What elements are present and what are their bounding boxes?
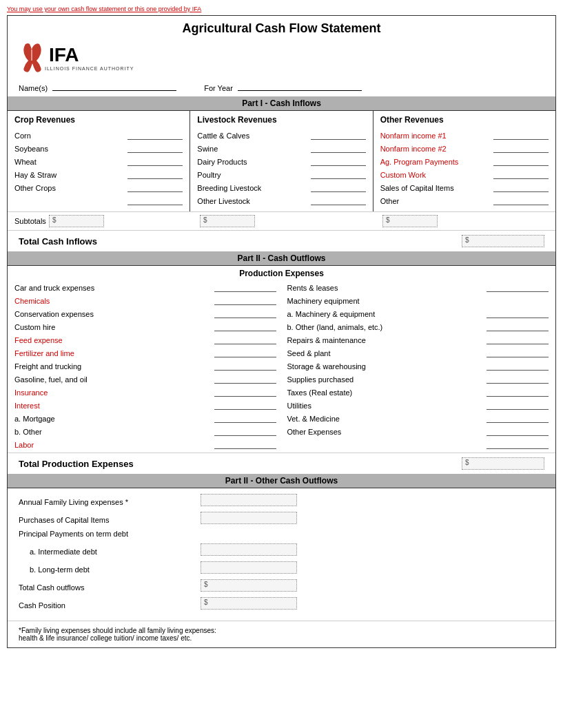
exp-rents-input[interactable] [487, 283, 549, 292]
other-outflows-inner: Annual Family Living expenses * Purchase… [8, 488, 555, 621]
or-nonfarm1-input[interactable] [493, 131, 549, 140]
exp-car-input[interactable] [214, 283, 276, 292]
year-input[interactable] [238, 81, 362, 91]
subtotals-livestock-col: $ [190, 215, 373, 227]
exp-mach-b-input[interactable] [487, 322, 549, 331]
ls-dairy-input[interactable] [311, 157, 366, 166]
part2-header: Part II - Cash Outflows [8, 251, 555, 265]
exp-car: Car and truck expenses [14, 281, 276, 292]
or-capital-input[interactable] [493, 183, 549, 192]
oo-principal-label: Principal Payments on term debt [19, 530, 198, 538]
logo-text-area: IFA ILLINOIS FINANCE AUTHORITY [45, 45, 134, 71]
crop-wheat-label: Wheat [14, 158, 127, 166]
exp-interest: Interest [14, 399, 276, 410]
exp-interest-input[interactable] [214, 401, 276, 410]
part1-header: Part I - Cash Inflows [8, 96, 555, 110]
exp-fertilizer: Fertilizer and lime [14, 346, 276, 357]
oo-longterm-value [201, 561, 297, 574]
exp-mach-b-label: b. Other (land, animals, etc.) [287, 323, 487, 331]
exp-gasoline-input[interactable] [214, 375, 276, 384]
crop-hay: Hay & Straw [14, 168, 183, 179]
year-field-group: For Year [204, 81, 362, 92]
exp-insurance-input[interactable] [214, 388, 276, 397]
exp-other-interest-input[interactable] [214, 427, 276, 436]
ls-dairy: Dairy Products [197, 155, 365, 166]
ls-other-input[interactable] [311, 196, 366, 205]
exp-taxes: Taxes (Real estate) [287, 386, 549, 397]
exp-utilities-input[interactable] [487, 401, 549, 410]
ls-swine-input[interactable] [311, 144, 366, 153]
other-rev-header: Other Revenues [380, 115, 549, 125]
total-prod-exp-row: Total Production Expenses $ [8, 453, 555, 474]
exp-rents: Rents & leases [287, 281, 549, 292]
crop-soybeans-input[interactable] [127, 144, 183, 153]
exp-custom-input[interactable] [214, 322, 276, 331]
crop-corn-input[interactable] [127, 131, 183, 140]
exp-chemicals-input[interactable] [214, 296, 276, 305]
crop-other: Other Crops [14, 181, 183, 192]
crop-hay-input[interactable] [127, 170, 183, 179]
exp-storage-input[interactable] [487, 362, 549, 371]
crop-blank-input[interactable] [127, 196, 183, 205]
exp-blank-right-input[interactable] [487, 440, 549, 449]
exp-freight-input[interactable] [214, 362, 276, 371]
ls-breeding: Breeding Livestock [197, 181, 365, 192]
exp-vet-label: Vet. & Medicine [287, 415, 487, 423]
or-nonfarm1-label: Nonfarm income #1 [380, 132, 493, 140]
name-field-group: Name(s) [19, 81, 176, 92]
exp-vet-input[interactable] [487, 414, 549, 423]
oo-capital: Purchases of Capital Items [19, 512, 544, 524]
exp-mach-a-input[interactable] [487, 309, 549, 318]
exp-repairs-input[interactable] [487, 335, 549, 344]
crop-soybeans-label: Soybeans [14, 145, 127, 153]
crop-wheat-input[interactable] [127, 157, 183, 166]
exp-fertilizer-input[interactable] [214, 349, 276, 357]
exp-mortgage: a. Mortgage [14, 412, 276, 423]
ls-poultry-input[interactable] [311, 170, 366, 179]
or-agprog-input[interactable] [493, 157, 549, 166]
exp-labor-input[interactable] [214, 440, 276, 449]
or-other-input[interactable] [493, 196, 549, 205]
name-label: Name(s) [19, 84, 48, 92]
or-capital-label: Sales of Capital Items [380, 184, 493, 192]
exp-taxes-input[interactable] [487, 388, 549, 397]
subtotals-row: Subtotals $ $ $ [8, 211, 555, 230]
ls-cattle: Cattle & Calves [197, 129, 365, 140]
ifa-logo-icon [19, 43, 45, 73]
right-expenses-col: Rents & leases Machinery equipment a. Ma… [282, 280, 549, 453]
crop-soybeans: Soybeans [14, 142, 183, 153]
ls-breeding-input[interactable] [311, 183, 366, 192]
ls-other: Other Livestock [197, 194, 365, 205]
or-nonfarm1: Nonfarm income #1 [380, 129, 549, 140]
exp-other-exp-label: Other Expenses [287, 428, 487, 436]
ls-swine-label: Swine [197, 145, 310, 153]
exp-fertilizer-label: Fertilizer and lime [14, 349, 214, 357]
total-cash-inflows-row: Total Cash Inflows $ [8, 230, 555, 251]
crop-other-input[interactable] [127, 183, 183, 192]
exp-conservation-input[interactable] [214, 309, 276, 318]
or-custom-input[interactable] [493, 170, 549, 179]
exp-mortgage-label: a. Mortgage [14, 415, 214, 423]
left-expenses-col: Car and truck expenses Chemicals Conserv… [14, 280, 282, 453]
ls-poultry: Poultry [197, 168, 365, 179]
exp-vet: Vet. & Medicine [287, 412, 549, 423]
exp-mortgage-input[interactable] [214, 414, 276, 423]
exp-utilities: Utilities [287, 399, 549, 410]
exp-supplies-input[interactable] [487, 375, 549, 384]
ls-cattle-input[interactable] [311, 131, 366, 140]
total-cash-inflows-label: Total Cash Inflows [19, 236, 459, 247]
exp-feed-label: Feed expense [14, 336, 214, 344]
exp-feed-input[interactable] [214, 335, 276, 344]
exp-interest-label: Interest [14, 402, 214, 410]
oo-intermediate: a. Intermediate debt [19, 543, 544, 556]
other-revenues-col: Other Revenues Nonfarm income #1 Nonfarm… [373, 111, 555, 211]
exp-seed-input[interactable] [487, 349, 549, 357]
or-nonfarm2-input[interactable] [493, 144, 549, 153]
name-input[interactable] [52, 81, 176, 91]
year-label: For Year [204, 84, 233, 92]
revenues-section: Crop Revenues Corn Soybeans Wheat Hay & … [8, 110, 555, 211]
exp-other-interest: b. Other [14, 425, 276, 436]
ls-poultry-label: Poultry [197, 171, 310, 179]
exp-other-exp-input[interactable] [487, 427, 549, 436]
exp-other-interest-label: b. Other [14, 428, 214, 436]
